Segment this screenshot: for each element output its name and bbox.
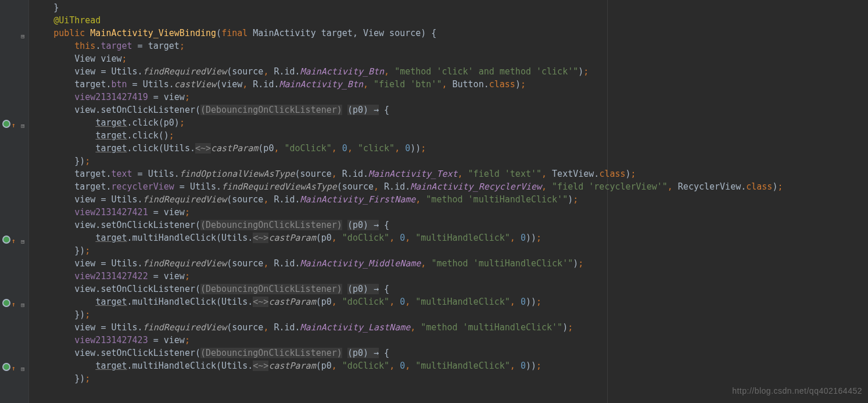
code-token: , (410, 322, 421, 333)
code-token: ; (185, 92, 190, 102)
code-token: , (332, 361, 342, 371)
code-token: target (95, 233, 127, 243)
code-line[interactable]: view2131427423 = view; (33, 334, 868, 347)
code-token: target (95, 143, 127, 154)
code-line[interactable]: view = Utils.findRequiredView(source, R.… (33, 65, 868, 78)
code-line[interactable]: public MainActivity_ViewBinding(final Ma… (33, 27, 868, 40)
code-token: (p0) → (347, 105, 379, 115)
code-token: "method 'click' and method 'click'" (394, 66, 578, 77)
code-token: (p0 (316, 233, 332, 243)
code-token: ; (185, 335, 190, 345)
code-token: view = Utils. (74, 194, 142, 205)
code-line[interactable]: }); (33, 372, 868, 385)
fold-expand-icon[interactable]: ⊞ (21, 30, 25, 43)
code-token: .click(p0) (127, 117, 180, 128)
code-line[interactable]: target.multiHandleClick(Utils.<~>castPar… (33, 231, 868, 244)
code-line[interactable]: target.click(p0); (33, 116, 868, 129)
code-token: target. (74, 181, 111, 192)
code-token: ) (626, 169, 631, 179)
fold-expand-icon[interactable]: ⊞ (21, 299, 25, 312)
code-line[interactable]: @UiThread (33, 14, 868, 27)
code-line[interactable]: view.setOnClickListener((DebouncingOnCli… (33, 219, 868, 231)
code-line[interactable]: view2131427419 = view; (33, 91, 868, 104)
code-line[interactable]: }); (33, 244, 868, 257)
code-token: Button. (453, 79, 489, 90)
code-line[interactable]: view2131427422 = view; (33, 270, 868, 283)
code-editor[interactable]: } @UiThread public MainActivity_ViewBind… (33, 0, 868, 403)
override-marker-icon[interactable] (2, 363, 10, 371)
code-token: .multiHandleClick(Utils. (127, 233, 253, 243)
code-token: , (405, 297, 415, 307)
code-token: , (421, 258, 431, 269)
code-token: 0 (521, 233, 526, 243)
override-marker-icon[interactable] (2, 120, 10, 128)
code-line[interactable]: target.multiHandleClick(Utils.<~>castPar… (33, 295, 868, 308)
code-line[interactable]: target.multiHandleClick(Utils.<~>castPar… (33, 359, 868, 372)
code-token: , (274, 143, 284, 154)
code-token: , (347, 143, 358, 154)
code-token: text (111, 169, 132, 179)
fold-expand-icon[interactable]: ⊞ (21, 363, 25, 376)
code-token: MainActivity_Btn (300, 66, 385, 77)
arrow-up-icon: ↑ (12, 235, 16, 248)
code-line[interactable]: view.setOnClickListener((DebouncingOnCli… (33, 283, 868, 295)
code-line[interactable]: } (33, 1, 868, 14)
code-line[interactable]: View view; (33, 52, 868, 65)
code-line[interactable]: this.target = target; (33, 40, 868, 52)
code-token: (p0) → (347, 284, 379, 294)
code-token (342, 220, 347, 230)
code-token: target (95, 297, 127, 307)
code-token: }) (74, 373, 85, 384)
code-token: = Utils. (132, 169, 180, 179)
code-line[interactable]: target.btn = Utils.castView(view, R.id.M… (33, 78, 868, 91)
code-token: R.id. (274, 194, 300, 205)
code-token: = target (132, 41, 180, 51)
code-token: , (405, 233, 415, 243)
code-token: ; (122, 54, 127, 64)
code-token: , (510, 297, 521, 307)
code-token: "method 'multiHandleClick'" (426, 194, 568, 205)
code-token: R.id. (274, 322, 300, 333)
code-line[interactable]: target.click(); (33, 129, 868, 142)
code-token: target (95, 117, 127, 128)
code-line[interactable]: target.click(Utils.<~>castParam(p0, "doC… (33, 142, 868, 155)
code-line[interactable]: }); (33, 308, 868, 321)
override-marker-icon[interactable] (2, 299, 10, 307)
code-line[interactable]: target.recyclerView = Utils.findRequired… (33, 180, 868, 193)
code-token: recyclerView (111, 181, 174, 192)
code-line[interactable]: view = Utils.findRequiredView(source, R.… (33, 193, 868, 206)
code-token: findRequiredView (143, 258, 227, 269)
code-token: ; (185, 271, 190, 281)
fold-expand-icon[interactable]: ⊞ (21, 120, 25, 133)
code-line[interactable]: view2131427421 = view; (33, 206, 868, 219)
gutter: ↑⊞↑⊞↑⊞↑⊞⊞ (0, 0, 29, 403)
code-token: "method 'multiHandleClick'" (421, 322, 562, 333)
override-marker-icon[interactable] (2, 236, 10, 244)
code-token: MainActivity_LastName (300, 322, 411, 333)
code-line[interactable]: view.setOnClickListener((DebouncingOnCli… (33, 104, 868, 116)
code-token: , (405, 361, 415, 371)
code-line[interactable]: view = Utils.findRequiredView(source, R.… (33, 257, 868, 270)
code-token: { (379, 105, 389, 115)
code-token: , (332, 233, 342, 243)
code-token: , (263, 258, 274, 269)
code-token: }) (74, 156, 85, 166)
code-token: ; (573, 194, 578, 205)
code-token: castParam (268, 297, 315, 307)
code-token: 0 (521, 297, 526, 307)
code-token: R.id. (384, 181, 410, 192)
code-line[interactable]: view.setOnClickListener((DebouncingOnCli… (33, 347, 868, 359)
code-token: , (442, 79, 452, 90)
code-token: 0 (405, 143, 410, 154)
code-token: "field 'recyclerView'" (552, 181, 668, 192)
code-token: view = Utils. (74, 258, 142, 269)
fold-expand-icon[interactable]: ⊞ (21, 236, 25, 248)
code-token: R.id. (274, 66, 300, 77)
code-token: view.setOnClickListener( (74, 284, 200, 294)
code-token: } (53, 2, 59, 13)
code-line[interactable]: }); (33, 155, 868, 167)
code-line[interactable]: target.text = Utils.findOptionalViewAsTy… (33, 167, 868, 180)
code-token: "click" (358, 143, 394, 154)
code-line[interactable]: view = Utils.findRequiredView(source, R.… (33, 321, 868, 334)
code-token: , (458, 169, 468, 179)
